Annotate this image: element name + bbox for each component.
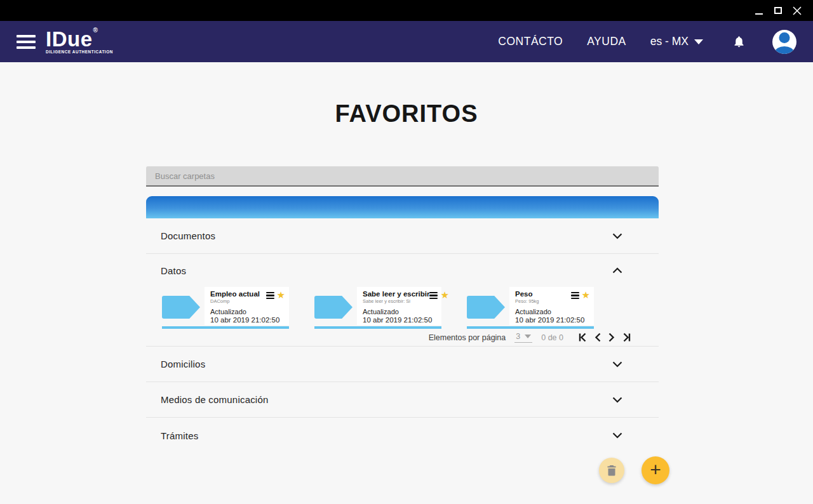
language-selector[interactable]: es - MX (650, 35, 703, 48)
close-button[interactable] (788, 2, 807, 20)
section-label: Documentos (161, 230, 215, 241)
card-menu-icon[interactable] (429, 291, 438, 300)
chevron-down-icon (612, 397, 622, 403)
avatar-torso-icon (775, 46, 794, 54)
delete-button[interactable] (599, 458, 624, 483)
card-underline (162, 326, 289, 329)
card-body: Peso Peso: 95kg ★ Actualizado 10 abr 201… (509, 287, 594, 325)
logo-text: IDue (46, 29, 93, 50)
last-page-icon (622, 333, 632, 342)
next-page-button[interactable] (607, 331, 617, 343)
section-domicilios[interactable]: Domicilios (146, 347, 659, 382)
section-tramites[interactable]: Trámites (146, 418, 659, 453)
favorite-card-sabe-leer[interactable]: Sabe leer y escribir Sabe leer y escribi… (314, 287, 441, 329)
first-page-icon (577, 333, 588, 342)
arrow-tag-icon (467, 296, 505, 319)
page-title: FAVORITOS (0, 62, 813, 126)
section-label: Datos (161, 265, 186, 276)
logo-tagline: DILIGENCE AUTHENTICATION (46, 50, 113, 54)
arrow-tag-icon (314, 296, 353, 319)
avatar[interactable] (772, 30, 796, 54)
star-icon[interactable]: ★ (582, 290, 590, 300)
favorite-card-empleo-actual[interactable]: Empleo actual DAComp ★ Actualizado 10 ab… (162, 287, 289, 329)
close-icon (793, 6, 802, 15)
chevron-down-icon (694, 39, 703, 44)
nav-ayuda[interactable]: AYUDA (587, 35, 626, 48)
search-input[interactable] (146, 166, 659, 187)
favorite-card-peso[interactable]: Peso Peso: 95kg ★ Actualizado 10 abr 201… (467, 287, 594, 329)
paginator: Elementos por página 3 0 de 0 (146, 329, 659, 347)
registered-mark: ® (93, 27, 98, 34)
add-button[interactable]: + (642, 456, 669, 484)
card-body: Empleo actual DAComp ★ Actualizado 10 ab… (205, 287, 289, 325)
paginator-nav (576, 331, 633, 343)
main-content: FAVORITOS Documentos Datos (0, 62, 813, 504)
card-status: Actualizado (515, 308, 590, 315)
card-updated: 10 abr 2019 21:02:50 (210, 316, 285, 324)
card-subtitle: Peso: 95kg (515, 298, 539, 304)
card-underline (467, 326, 594, 329)
card-body: Sabe leer y escribir Sabe leer y escribi… (357, 287, 441, 325)
section-label: Medios de comunicación (161, 394, 269, 405)
maximize-icon (774, 7, 782, 14)
card-status: Actualizado (210, 308, 285, 315)
card-menu-icon[interactable] (571, 291, 579, 300)
section-label: Trámites (161, 430, 198, 441)
app-logo[interactable]: IDue ® DILIGENCE AUTHENTICATION (46, 29, 113, 54)
minimize-button[interactable] (749, 2, 769, 20)
datos-cards: Empleo actual DAComp ★ Actualizado 10 ab… (146, 287, 659, 329)
chevron-down-icon (612, 432, 622, 439)
chevron-right-icon (608, 333, 615, 342)
bell-icon (732, 35, 746, 48)
chevron-down-icon (612, 233, 622, 239)
section-medios-de-comunicacion[interactable]: Medios de comunicación (146, 382, 659, 418)
card-menu-icon[interactable] (266, 291, 274, 300)
first-page-button[interactable] (576, 331, 589, 343)
page-size-value: 3 (516, 332, 520, 341)
favorites-panel: Documentos Datos Empleo actual DAComp (146, 166, 659, 453)
card-title: Empleo actual (210, 290, 260, 298)
items-per-page-label: Elementos por página (429, 333, 506, 342)
card-updated: 10 abr 2019 21:02:50 (515, 316, 590, 324)
card-updated: 10 abr 2019 21:02:50 (363, 316, 438, 324)
hamburger-icon (17, 35, 36, 37)
minimize-icon (755, 13, 763, 15)
card-underline (314, 326, 441, 329)
header-nav: CONTÁCTO AYUDA es - MX (498, 30, 796, 54)
previous-page-button[interactable] (593, 331, 603, 343)
section-label: Domicilios (161, 359, 205, 369)
plus-icon: + (650, 460, 661, 479)
chevron-up-icon (612, 267, 622, 274)
chevron-down-icon (525, 335, 531, 338)
avatar-head-icon (779, 32, 790, 43)
chevron-down-icon (612, 361, 622, 368)
maximize-button[interactable] (769, 2, 788, 20)
app-header: IDue ® DILIGENCE AUTHENTICATION CONTÁCTO… (0, 21, 813, 62)
last-page-button[interactable] (621, 331, 633, 343)
chevron-left-icon (594, 333, 601, 342)
star-icon[interactable]: ★ (440, 290, 448, 300)
arrow-tag-icon (162, 296, 200, 319)
window-titlebar (0, 0, 813, 21)
menu-button[interactable] (17, 35, 36, 49)
section-datos[interactable]: Datos (146, 254, 659, 287)
card-subtitle: Sabe leer y escribir: Si (363, 298, 429, 304)
card-title: Peso (515, 290, 539, 298)
star-icon[interactable]: ★ (277, 290, 285, 300)
trash-icon (607, 465, 617, 476)
section-documentos[interactable]: Documentos (146, 218, 659, 254)
page-range-label: 0 de 0 (541, 333, 563, 342)
card-subtitle: DAComp (210, 298, 260, 304)
card-title: Sabe leer y escribir (363, 290, 429, 298)
card-status: Actualizado (363, 308, 438, 315)
nav-contacto[interactable]: CONTÁCTO (498, 35, 563, 48)
notifications-button[interactable] (732, 35, 746, 48)
language-label: es - MX (650, 35, 689, 48)
page-size-select[interactable]: 3 (514, 332, 532, 343)
panel-header-bar (146, 196, 659, 218)
